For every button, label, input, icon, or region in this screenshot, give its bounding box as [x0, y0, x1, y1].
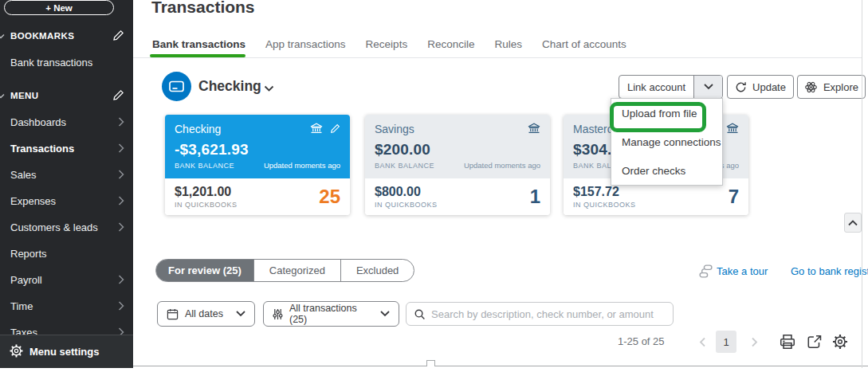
chevron-right-icon: [118, 196, 124, 206]
sidebar-item-reports[interactable]: Reports: [10, 248, 47, 260]
sidebar-item-dashboards[interactable]: Dashboards: [10, 116, 66, 128]
edit-menu-icon[interactable]: [112, 89, 124, 101]
chevron-down-icon[interactable]: [264, 85, 274, 92]
search-box: [406, 302, 674, 326]
card-name: Checking: [175, 123, 221, 135]
link-account-split-button: Link account: [619, 75, 723, 99]
search-icon: [414, 308, 426, 320]
sidebar-item-customers-leads[interactable]: Customers & leads: [10, 221, 98, 233]
pencil-icon[interactable]: [330, 123, 340, 134]
chevron-right-icon: [118, 275, 124, 284]
account-name[interactable]: Checking: [198, 78, 261, 95]
pagination-prev-button[interactable]: [699, 337, 706, 347]
explore-button[interactable]: Explore: [797, 75, 866, 99]
date-filter-value: All dates: [185, 308, 223, 319]
tabs-divider: [133, 57, 862, 58]
tab-chart-of-accounts[interactable]: Chart of accounts: [542, 38, 626, 50]
bank-balance-amount: $200.00: [375, 141, 540, 159]
bank-icon: [310, 123, 323, 134]
bank-balance-label: BANK BALANCE: [175, 162, 234, 170]
export-button[interactable]: [806, 333, 823, 350]
edit-bookmarks-icon[interactable]: [112, 29, 124, 41]
menu-item-manage-connections[interactable]: Manage connections: [611, 127, 722, 156]
date-filter-dropdown[interactable]: All dates: [157, 301, 255, 327]
tour-icon: [698, 264, 713, 279]
chevron-right-icon: [118, 117, 124, 127]
chevron-down-icon: [380, 311, 390, 317]
table-top-divider: [133, 366, 868, 366]
review-status-tabs: For review (25) Categorized Excluded: [155, 259, 414, 282]
chevron-right-icon: [118, 222, 124, 232]
chevron-up-icon: [848, 220, 858, 226]
transaction-type-filter-dropdown[interactable]: All transactions (25): [263, 301, 399, 327]
pagination-current-page[interactable]: 1: [716, 331, 736, 353]
refresh-icon: [735, 81, 747, 93]
sidebar-item-expenses[interactable]: Expenses: [10, 195, 56, 207]
new-button[interactable]: + New: [4, 0, 114, 15]
tab-bank-transactions[interactable]: Bank transactions: [152, 38, 245, 50]
account-card-savings[interactable]: Savings $200.00 BANK BALANCE Updated mom…: [365, 115, 550, 215]
tab-reconcile[interactable]: Reconcile: [427, 38, 474, 50]
bank-balance-label: BANK BALANCE: [375, 162, 434, 170]
sidebar-item-transactions[interactable]: Transactions: [10, 143, 74, 155]
update-label: Update: [752, 81, 786, 93]
search-input[interactable]: [431, 308, 666, 320]
take-a-tour-link[interactable]: Take a tour: [717, 265, 768, 277]
table-settings-gear-icon[interactable]: [831, 333, 849, 350]
menu-header: MENU: [10, 91, 38, 100]
tab-app-transactions[interactable]: App transactions: [265, 38, 346, 50]
bank-icon: [528, 123, 540, 134]
chevron-right-icon: [118, 143, 124, 153]
menu-item-order-checks[interactable]: Order checks: [611, 156, 722, 185]
scroll-to-top-button[interactable]: [844, 213, 862, 233]
sidebar-item-payroll[interactable]: Payroll: [10, 274, 42, 286]
updated-status: Updated moments ago: [264, 161, 340, 170]
chevron-down-icon: [704, 84, 713, 90]
bookmarks-header: BOOKMARKS: [10, 31, 74, 41]
update-button[interactable]: Update: [727, 75, 794, 99]
tab-categorized[interactable]: Categorized: [253, 260, 340, 281]
divider-handle[interactable]: [426, 360, 435, 366]
in-quickbooks-amount: $800.00: [375, 185, 438, 199]
sidebar-item-time[interactable]: Time: [10, 300, 33, 312]
in-quickbooks-label: IN QUICKBOOKS: [175, 201, 238, 209]
menu-settings-bar[interactable]: Menu settings: [0, 335, 133, 368]
transaction-type-filter-value: All transactions (25): [289, 303, 374, 325]
link-account-menu-toggle[interactable]: [693, 76, 722, 98]
link-account-dropdown-menu: Upload from file Manage connections Orde…: [611, 98, 723, 186]
in-quickbooks-amount: $157.72: [573, 185, 636, 199]
transaction-count: 1: [530, 186, 540, 208]
bank-icon: [726, 123, 739, 134]
tab-excluded[interactable]: Excluded: [340, 260, 414, 281]
transaction-count: 7: [729, 186, 739, 208]
menu-item-upload-from-file[interactable]: Upload from file: [611, 99, 722, 127]
print-button[interactable]: [779, 333, 796, 350]
chevron-down-icon: [236, 311, 245, 317]
chevron-down-icon: [0, 93, 5, 100]
pagination-next-button[interactable]: [751, 337, 758, 347]
tab-for-review[interactable]: For review (25): [156, 260, 253, 281]
link-account-button[interactable]: Link account: [619, 76, 693, 98]
updated-status: Updated moments ago: [464, 161, 540, 170]
page-title: Transactions: [151, 0, 255, 17]
go-to-bank-register-link[interactable]: Go to bank register: [791, 265, 868, 277]
sliders-icon: [273, 308, 283, 320]
tab-bar: Bank transactions App transactions Recei…: [152, 38, 626, 50]
tab-receipts[interactable]: Receipts: [366, 38, 408, 50]
in-quickbooks-amount: $1,201.00: [175, 185, 238, 199]
chevron-down-icon: [0, 33, 5, 40]
menu-settings-label: Menu settings: [29, 346, 99, 358]
gear-icon: [9, 343, 24, 358]
calendar-icon: [167, 308, 179, 320]
atom-icon: [804, 80, 818, 94]
in-quickbooks-label: IN QUICKBOOKS: [573, 201, 636, 209]
in-quickbooks-label: IN QUICKBOOKS: [375, 201, 438, 209]
sidebar-item-bank-transactions[interactable]: Bank transactions: [10, 57, 92, 69]
card-name: Savings: [375, 123, 414, 135]
account-card-checking[interactable]: Checking -$3,621.93 BANK BALANCE Updated…: [165, 115, 350, 215]
sidebar-item-sales[interactable]: Sales: [10, 169, 37, 181]
account-avatar[interactable]: [162, 72, 191, 101]
transaction-count: 25: [319, 186, 340, 208]
content-right-border: [862, 0, 862, 368]
tab-rules[interactable]: Rules: [494, 38, 522, 50]
